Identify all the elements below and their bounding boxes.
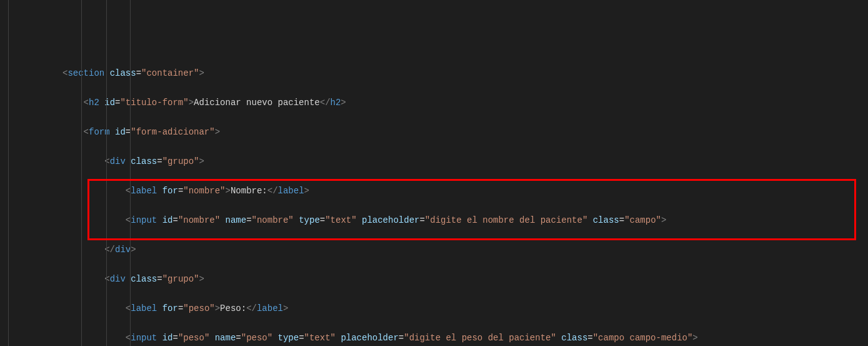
code-line[interactable]: <input id="nombre" name="nombre" type="t… [62,213,868,228]
code-line[interactable]: <label for="nombre">Nombre:</label> [62,184,868,199]
indent-guide [106,0,107,346]
code-line[interactable]: <section class="container"> [62,66,868,81]
code-line[interactable]: <div class="grupo"> [62,155,868,170]
code-line[interactable]: </div> [62,243,868,258]
fold-indicator [8,0,9,346]
code-line[interactable]: <label for="peso">Peso:</label> [62,302,868,317]
code-line[interactable]: <div class="grupo"> [62,272,868,287]
indent-guide [81,0,82,346]
code-line[interactable]: <input id="peso" name="peso" type="text"… [62,331,868,346]
editor-gutter [0,0,19,346]
code-line[interactable]: <h2 id="titulo-form">Adicionar nuevo pac… [62,96,868,111]
indent-guide [130,0,131,346]
code-line[interactable]: <form id="form-adicionar"> [62,125,868,140]
code-editor-content[interactable]: <section class="container"> <h2 id="titu… [19,0,868,346]
